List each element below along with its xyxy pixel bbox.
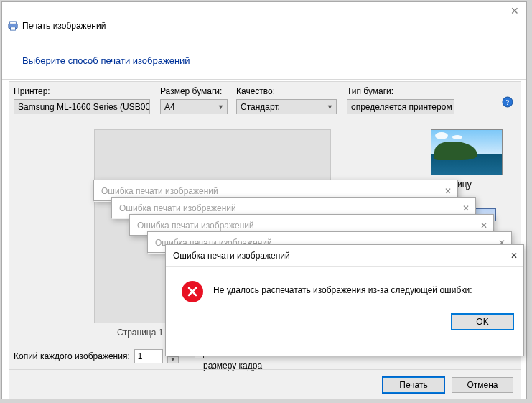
quality-value: Стандарт. xyxy=(241,102,280,112)
chevron-down-icon: ▼ xyxy=(327,103,333,111)
error-icon xyxy=(182,281,203,302)
paper-type-label: Тип бумаги: xyxy=(347,86,393,96)
cancel-button[interactable]: Отмена xyxy=(452,377,513,393)
error-title: Ошибка печати изображений xyxy=(173,251,290,261)
page-indicator: Страница 1 xyxy=(117,328,163,338)
print-button[interactable]: Печать xyxy=(383,377,444,393)
layout-thumb-image xyxy=(431,129,503,175)
copies-input[interactable] xyxy=(134,349,163,363)
print-options-row: Принтер: Samsung ML-1660 Series (USB001)… xyxy=(9,82,521,126)
dialog-buttons: Печать Отмена xyxy=(383,377,513,393)
copies-row: Копий каждого изображения: ▲ ▼ xyxy=(14,349,179,363)
instruction-text: Выберите способ печати изображений xyxy=(22,55,190,66)
close-icon[interactable]: ✕ xyxy=(510,5,519,17)
close-icon: ✕ xyxy=(462,203,470,213)
subheader: Выберите способ печати изображений xyxy=(2,34,526,80)
printer-value: Samsung ML-1660 Series (USB001) xyxy=(18,102,150,112)
paper-size-select[interactable]: A4 ▼ xyxy=(160,99,228,114)
error-title: Ошибка печати изображений xyxy=(101,186,218,196)
paper-size-value: A4 xyxy=(164,102,175,112)
spinner-down-icon[interactable]: ▼ xyxy=(168,357,178,363)
printer-icon xyxy=(8,21,18,31)
printer-select[interactable]: Samsung ML-1660 Series (USB001) ▼ xyxy=(14,99,150,114)
ok-button[interactable]: OK xyxy=(452,314,513,330)
close-icon[interactable]: ✕ xyxy=(510,251,518,261)
svg-text:?: ? xyxy=(506,98,510,106)
svg-rect-2 xyxy=(11,27,16,30)
error-title: Ошибка печати изображений xyxy=(137,221,254,231)
copies-label: Копий каждого изображения: xyxy=(14,351,130,361)
paper-type-value: определяется принтером xyxy=(351,102,452,112)
error-message: Не удалось распечатать изображения из-за… xyxy=(213,281,472,302)
close-icon: ✕ xyxy=(444,186,452,196)
paper-size-label: Размер бумаги: xyxy=(160,86,222,96)
wizard-title: Печать изображений xyxy=(22,21,106,31)
quality-select[interactable]: Стандарт. ▼ xyxy=(236,99,337,114)
chevron-down-icon: ▼ xyxy=(218,103,224,111)
printer-label: Принтер: xyxy=(14,86,50,96)
outer-titlebar: ✕ xyxy=(2,2,526,19)
error-dialog: Ошибка печати изображений ✕ Не удалось р… xyxy=(165,244,524,356)
quality-label: Качество: xyxy=(236,86,275,96)
paper-type-select[interactable]: определяется принтером ▼ xyxy=(347,99,454,114)
close-icon: ✕ xyxy=(480,221,487,231)
error-title: Ошибка печати изображений xyxy=(119,203,236,213)
help-icon[interactable]: ? xyxy=(502,96,513,108)
wizard-breadcrumb: Печать изображений xyxy=(8,21,106,31)
separator xyxy=(9,369,521,370)
